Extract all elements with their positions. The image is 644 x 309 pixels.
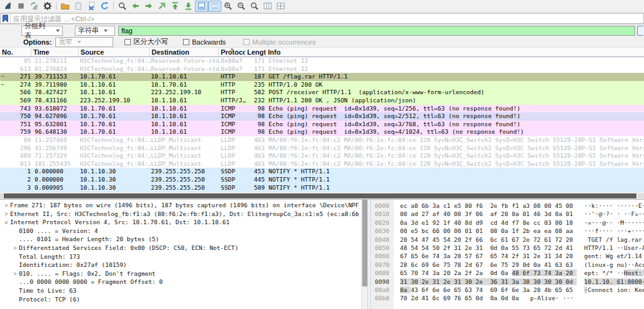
close-file-button[interactable] (85, 1, 98, 12)
detail-vscrollbar[interactable] (361, 200, 367, 309)
packet-length: 187 (247, 73, 265, 81)
packet-row[interactable]: 813101.255435H3CTechnolog_fc:04:…LLDP_Mu… (0, 160, 644, 168)
reload-button[interactable] (98, 1, 111, 12)
hex-byte: 30 (465, 278, 475, 285)
previous-packet-button[interactable] (129, 1, 142, 12)
hex-line[interactable]: 001000 ad 27 af 40 00 3f 06 af 20 0a 01 … (371, 210, 644, 218)
packet-row[interactable]: 20.00000010.1.10.30239.255.255.250SSDP44… (0, 176, 644, 184)
auto-scroll-toggle[interactable] (195, 1, 208, 12)
hex-line[interactable]: 008065 70 74 3a 20 2a 2f 2a 0d 0a 48 6f … (371, 269, 644, 277)
last-packet-button[interactable] (182, 1, 195, 12)
scroll-right-button[interactable] (638, 193, 644, 198)
packet-length: 445 (247, 176, 265, 184)
hex-line[interactable]: 005048 54 54 50 2f 31 2e 31 0d 0a 55 73 … (371, 244, 644, 252)
search-input[interactable] (118, 26, 635, 36)
hex-byte: 74 (421, 269, 432, 276)
search-scope-select[interactable]: 分组列表 (21, 26, 63, 36)
capture-options-button[interactable] (41, 1, 54, 12)
vscrollbar-thumb[interactable] (362, 200, 367, 286)
restart-capture-button[interactable] (28, 1, 41, 12)
packet-direction-icon (0, 97, 6, 105)
display-filter-input[interactable] (11, 14, 643, 23)
stop-capture-button[interactable] (14, 1, 28, 12)
packet-time: 39.711980 (35, 81, 80, 89)
detail-line[interactable]: >010. .... = Flags: 0x2, Don't fragment (0, 269, 360, 278)
column-header-time[interactable]: Time (31, 48, 79, 57)
save-file-button[interactable] (72, 1, 85, 12)
packet-row[interactable]: 30.00090510.1.10.30239.255.255.250SSDP50… (0, 184, 644, 192)
packet-row[interactable]: 6011.257460H3CTechnolog_fc:04:…LLDP_Mult… (0, 136, 644, 144)
backwards-checkbox[interactable]: Backwards (183, 38, 226, 46)
hex-line[interactable]: 00a00a 43 6f 6e 6e 65 63 74 69 6f 6e 3a … (371, 286, 644, 294)
packet-row[interactable]: 10.00000010.1.10.30239.255.255.250SSDP45… (0, 168, 644, 176)
start-capture-button[interactable] (1, 1, 14, 12)
go-to-packet-button[interactable] (155, 1, 169, 12)
hex-line[interactable]: 009031 30 2e 31 2e 31 30 2e 36 31 3a 38 … (371, 278, 644, 286)
packet-row[interactable]: 61381.276824H3CTechnolog_fc:04:…Reserved… (0, 65, 644, 73)
case-sensitive-checkbox[interactable]: 区分大小写 (125, 37, 168, 46)
first-packet-button[interactable] (169, 1, 182, 12)
detail-line[interactable]: ...0 0000 0000 0000 = Fragment Offset: 0 (0, 278, 360, 286)
packet-row[interactable]: 74393.61807210.1.70.6110.1.10.61ICMP98Ec… (0, 105, 644, 113)
detail-line[interactable]: >Ethernet II, Src: H3CTechnolog_fb:f1:a3… (0, 210, 360, 219)
detail-line[interactable]: vInternet Protocol Version 4, Src: 10.1.… (0, 218, 360, 227)
find-packet-button[interactable] (116, 1, 129, 12)
packet-row[interactable]: 56978.431166223.252.199.1010.1.10.61HTTP… (0, 97, 644, 105)
column-header-length[interactable]: Lengt (245, 48, 266, 57)
column-header-source[interactable]: Source (79, 48, 150, 57)
packet-no: 613 (6, 65, 31, 73)
packet-row[interactable]: 75094.62709610.1.70.6110.1.10.61ICMP98Ec… (0, 112, 644, 121)
packet-destination: 223.252.199.10 (151, 89, 221, 97)
detail-line[interactable]: Time to Live: 63 (0, 286, 360, 295)
detail-line[interactable]: Identification: 0x27af (10159) (0, 261, 360, 269)
search-type-select[interactable]: 字符串 (75, 26, 115, 36)
colorize-toggle[interactable] (208, 1, 221, 12)
hex-line[interactable]: 006067 65 6e 74 3a 20 57 67 65 74 2f 31 … (371, 252, 644, 260)
detail-line[interactable]: >Frame 271: 187 bytes on wire (1496 bits… (0, 201, 360, 210)
column-header-protocol[interactable]: Protoco (219, 48, 245, 57)
resize-columns-button[interactable] (261, 1, 274, 12)
detail-line[interactable]: 0100 .... = Version: 4 (0, 227, 360, 236)
charset-select[interactable]: 宽窄 (55, 37, 113, 47)
next-packet-button[interactable] (142, 1, 155, 12)
packet-row[interactable]: 48971.257329H3CTechnolog_fc:04:…LLDP_Mul… (0, 152, 644, 160)
ascii-column: ·Connection: Kee (584, 286, 644, 293)
zoom-out-button[interactable] (235, 1, 248, 12)
hex-byte: 75 (501, 261, 512, 268)
layout-button[interactable] (274, 1, 287, 12)
bookmark-icon[interactable] (1, 14, 11, 23)
hscrollbar-thumb[interactable] (4, 193, 636, 198)
packet-row[interactable]: 75996.64813010.1.70.6110.1.10.61ICMP98Ec… (0, 128, 644, 136)
packet-row[interactable]: 29641.256749H3CTechnolog_fc:04:…LLDP_Mul… (0, 144, 644, 153)
main-toolbar (0, 0, 644, 13)
ascii-char: l (613, 236, 621, 243)
packet-row[interactable]: 56678.42742710.1.10.61223.252.199.10HTTP… (0, 89, 644, 97)
packet-source: 10.1.10.61 (80, 89, 151, 97)
hex-line[interactable]: 0000ec a8 6b 3a c1 e5 80 f6 2e fb f1 a3 … (371, 202, 644, 210)
hex-line[interactable]: 003000 e5 bc 66 00 00 01 01 08 0a 1f 2b … (371, 227, 644, 235)
zoom-in-button[interactable] (221, 1, 235, 12)
hex-line[interactable]: 00b070 2d 41 6c 69 76 65 0d 0a 0d 0a p-A… (371, 294, 644, 302)
zoom-normal-button[interactable] (248, 1, 261, 12)
hex-byte: 2f (512, 252, 523, 259)
detail-line[interactable]: >Differentiated Services Field: 0x00 (DS… (0, 244, 360, 252)
packet-row[interactable]: 75195.63200110.1.70.6110.1.10.61ICMP98Ec… (0, 121, 644, 129)
detail-line[interactable]: Total Length: 173 (0, 252, 360, 261)
packet-row[interactable]: ←27439.71198010.1.10.6110.1.70.61HTTP235… (0, 81, 644, 89)
hex-line[interactable]: 00200a 3d e1 92 1f 40 8d d9 cd 4d f7 8e … (371, 219, 644, 227)
find-button[interactable] (637, 26, 643, 36)
open-file-button[interactable] (58, 1, 72, 12)
detail-line[interactable]: .... 0101 = Header Length: 20 bytes (5) (0, 235, 360, 244)
packet-row[interactable]: 9521.278211H3CTechnolog_fc:04:…Reserved-… (0, 57, 644, 65)
packet-row[interactable]: →27139.71115310.1.70.6110.1.10.61HTTP187… (0, 73, 644, 81)
scroll-left-button[interactable] (0, 193, 3, 198)
hex-line[interactable]: 004020 54 47 45 54 20 2f 66 6c 61 67 2e … (371, 236, 644, 244)
packet-length: 232 (247, 97, 265, 105)
packet-list-hscrollbar[interactable] (0, 192, 644, 199)
hex-line[interactable]: 007028 6c 69 6e 75 78 2d 67 6e 75 29 0d … (371, 261, 644, 269)
column-header-no[interactable]: No. (0, 48, 31, 57)
column-header-destination[interactable]: Destination (150, 48, 219, 57)
hex-byte: 31 (433, 278, 443, 285)
column-header-info[interactable]: Info (266, 48, 644, 57)
detail-line[interactable]: Protocol: TCP (6) (0, 295, 360, 304)
